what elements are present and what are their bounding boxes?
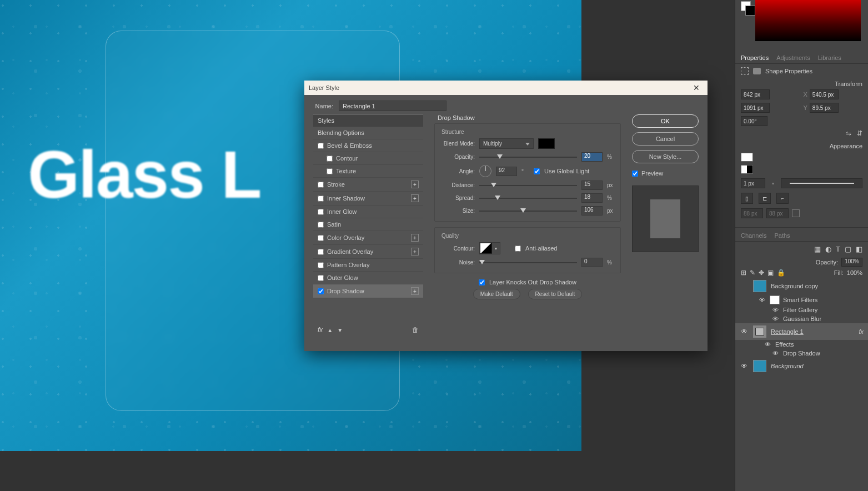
inner-glow-checkbox[interactable]	[318, 209, 324, 215]
gradient-overlay-checkbox[interactable]	[318, 249, 324, 255]
noise-field[interactable]: 0	[581, 258, 603, 267]
layer-background[interactable]: 👁 Background	[735, 358, 868, 374]
lock-all-icon[interactable]: 🔒	[777, 269, 785, 277]
size-slider[interactable]	[479, 207, 577, 215]
filter-smart-icon[interactable]: ◧	[856, 245, 862, 253]
rotate-field[interactable]: 0.00°	[741, 116, 767, 126]
drop-shadow-effect[interactable]: Drop Shadow	[783, 350, 820, 357]
new-style-button[interactable]: New Style...	[632, 150, 699, 163]
corner-radius-field-2[interactable]: 88 px	[766, 208, 789, 218]
ok-button[interactable]: OK	[632, 114, 699, 128]
height-field[interactable]	[741, 103, 770, 113]
style-pattern-overlay[interactable]: Pattern Overlay	[313, 259, 423, 272]
link-corners-icon[interactable]	[792, 209, 800, 217]
tab-paths[interactable]: Paths	[774, 232, 790, 239]
opacity-field[interactable]: 20	[581, 152, 603, 162]
visibility-toggle[interactable]: 👁	[771, 350, 780, 357]
add-stroke-button[interactable]: +	[411, 181, 419, 188]
tab-libraries[interactable]: Libraries	[818, 54, 841, 61]
flip-vertical-icon[interactable]: ⇵	[857, 129, 862, 137]
contour-checkbox[interactable]	[327, 156, 333, 162]
stroke-align-icon[interactable]: ▯	[741, 193, 753, 204]
global-light-checkbox[interactable]	[534, 168, 540, 174]
angle-dial[interactable]	[479, 165, 491, 177]
width-field[interactable]	[741, 89, 770, 99]
preview-checkbox[interactable]	[632, 171, 638, 177]
cancel-button[interactable]: Cancel	[632, 132, 699, 146]
lock-transparency-icon[interactable]: ⊞	[741, 269, 746, 277]
stroke-caps-icon[interactable]: ⊏	[759, 193, 771, 204]
gaussian-blur-item[interactable]: Gaussian Blur	[783, 315, 821, 322]
stroke-style-dropdown[interactable]	[781, 178, 862, 188]
make-default-button[interactable]: Make Default	[473, 289, 520, 299]
lock-pixels-icon[interactable]: ✎	[750, 269, 755, 277]
visibility-toggle[interactable]: 👁	[757, 297, 766, 303]
dialog-titlebar[interactable]: Layer Style ✕	[304, 81, 708, 95]
tab-adjustments[interactable]: Adjustments	[776, 54, 810, 61]
noise-slider[interactable]	[479, 259, 577, 267]
contour-picker[interactable]: ▾	[479, 242, 500, 254]
stroke-swatch[interactable]	[741, 165, 753, 174]
corner-radius-field-1[interactable]: 88 px	[741, 208, 763, 218]
style-satin[interactable]: Satin	[313, 218, 423, 231]
visibility-toggle[interactable]: 👁	[740, 362, 749, 370]
y-field[interactable]	[810, 103, 839, 113]
inner-shadow-checkbox[interactable]	[318, 196, 324, 202]
satin-checkbox[interactable]	[318, 222, 324, 228]
spread-field[interactable]: 18	[581, 193, 603, 203]
bevel-emboss-checkbox[interactable]	[318, 143, 324, 149]
add-inner-shadow-button[interactable]: +	[411, 194, 419, 202]
fill-swatch[interactable]	[741, 153, 753, 162]
blend-mode-select[interactable]: Multiply	[479, 138, 534, 149]
drop-shadow-checkbox[interactable]	[318, 288, 324, 294]
visibility-toggle[interactable]: 👁	[771, 315, 780, 322]
stroke-checkbox[interactable]	[318, 182, 324, 188]
style-drop-shadow[interactable]: Drop Shadow+	[313, 284, 423, 298]
add-drop-shadow-button[interactable]: +	[411, 287, 419, 295]
move-up-icon[interactable]: ▲	[327, 327, 333, 333]
visibility-toggle[interactable]: 👁	[740, 328, 749, 335]
anti-aliased-checkbox[interactable]	[515, 246, 521, 252]
shadow-color-swatch[interactable]	[538, 138, 555, 149]
style-bevel-emboss[interactable]: Bevel & Emboss	[313, 139, 423, 152]
texture-checkbox[interactable]	[327, 168, 333, 174]
style-texture[interactable]: Texture	[313, 165, 423, 178]
filter-pixel-icon[interactable]: ▦	[814, 245, 821, 253]
add-color-overlay-button[interactable]: +	[411, 234, 419, 242]
fx-icon[interactable]: fx	[318, 326, 323, 334]
layer-background-copy[interactable]: Background copy	[735, 278, 868, 294]
tab-properties[interactable]: Properties	[741, 54, 769, 61]
layer-name-input[interactable]	[339, 101, 446, 111]
style-gradient-overlay[interactable]: Gradient Overlay+	[313, 245, 423, 259]
reset-default-button[interactable]: Reset to Default	[528, 289, 583, 299]
angle-field[interactable]: 92	[496, 167, 517, 176]
color-overlay-checkbox[interactable]	[318, 235, 324, 241]
close-button[interactable]: ✕	[690, 83, 703, 92]
stroke-width-field[interactable]: 1 px	[741, 178, 765, 188]
style-stroke[interactable]: Stroke+	[313, 178, 423, 192]
background-color-swatch[interactable]	[745, 6, 755, 16]
add-gradient-overlay-button[interactable]: +	[411, 248, 419, 255]
outer-glow-checkbox[interactable]	[318, 275, 324, 281]
x-field[interactable]	[810, 89, 839, 99]
style-inner-shadow[interactable]: Inner Shadow+	[313, 192, 423, 206]
size-field[interactable]: 106	[581, 206, 603, 216]
filter-adjustment-icon[interactable]: ◐	[825, 245, 831, 253]
visibility-toggle[interactable]: 👁	[771, 307, 780, 313]
distance-slider[interactable]	[479, 182, 577, 189]
filter-type-icon[interactable]: T	[836, 245, 840, 253]
lock-position-icon[interactable]: ✥	[759, 269, 764, 277]
filter-gallery-item[interactable]: Filter Gallery	[783, 307, 817, 313]
style-inner-glow[interactable]: Inner Glow	[313, 206, 423, 218]
pattern-overlay-checkbox[interactable]	[318, 262, 324, 268]
fill-value[interactable]: 100%	[847, 269, 862, 276]
filter-shape-icon[interactable]: ▢	[845, 245, 851, 253]
move-down-icon[interactable]: ▼	[337, 327, 343, 333]
lock-artboard-icon[interactable]: ▣	[767, 269, 774, 277]
opacity-slider[interactable]	[479, 153, 577, 161]
trash-icon[interactable]: 🗑	[412, 326, 419, 334]
layer-rectangle-1[interactable]: 👁 Rectangle 1 fx	[735, 323, 868, 340]
tab-channels[interactable]: Channels	[741, 232, 766, 239]
stroke-corners-icon[interactable]: ⌐	[776, 193, 789, 204]
knockout-checkbox[interactable]	[479, 279, 485, 285]
